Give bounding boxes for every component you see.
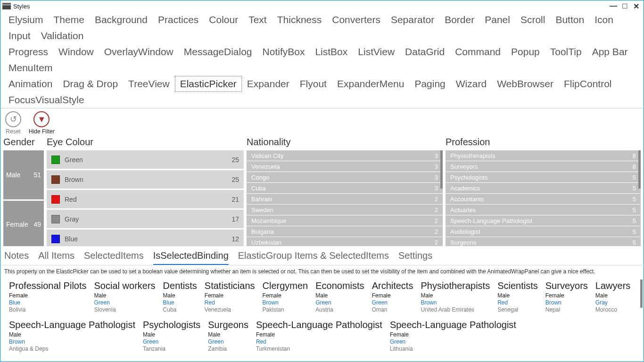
nationality-item[interactable]: Congo3: [247, 172, 443, 182]
nationality-label: Bahrain: [251, 196, 272, 203]
nav-item-elasticpicker[interactable]: ElasticPicker: [175, 76, 242, 92]
nav-item-webbrowser[interactable]: WebBrowser: [492, 76, 559, 92]
nav-item-colour[interactable]: Colour: [204, 12, 243, 28]
lower-tab-settings[interactable]: Settings: [398, 249, 432, 265]
item-card[interactable]: Professional PilotsFemaleBlueBolivia: [7, 279, 92, 318]
nationality-item[interactable]: Sweden2: [247, 205, 443, 215]
item-card[interactable]: ArchitectsFemaleGreenOman: [370, 279, 419, 318]
maximize-button[interactable]: ☐: [619, 1, 630, 11]
eye-item[interactable]: Blue12: [47, 230, 244, 246]
nationality-item[interactable]: Bulgaria2: [247, 226, 443, 237]
profession-item[interactable]: Physiotherapists8: [446, 150, 641, 161]
item-card[interactable]: Speech-Language PathologistMaleBrownAnti…: [7, 318, 141, 357]
nav-item-wizard[interactable]: Wizard: [451, 76, 492, 92]
nationality-item[interactable]: Vatican City3: [247, 150, 443, 161]
nav-item-progress[interactable]: Progress: [3, 44, 53, 60]
lower-tab-selecteditems[interactable]: SelectedItems: [84, 249, 144, 265]
nav-item-tooltip[interactable]: ToolTip: [545, 44, 587, 60]
eye-item[interactable]: Green25: [47, 150, 244, 169]
item-card[interactable]: PsychologistsMaleGreenTanzania: [141, 318, 206, 357]
nav-item-window[interactable]: Window: [53, 44, 99, 60]
nav-item-listbox[interactable]: ListBox: [310, 44, 353, 60]
nav-item-focusvisualstyle[interactable]: FocusVisualStyle: [3, 92, 90, 108]
item-card[interactable]: ScientistsMaleRedSenegal: [495, 279, 544, 318]
nav-item-flipcontrol[interactable]: FlipControl: [559, 76, 617, 92]
item-card[interactable]: StatisticiansFemaleRedVenezuela: [203, 279, 261, 318]
nav-item-validation[interactable]: Validation: [36, 28, 89, 44]
card-eye-colour: Red: [497, 299, 538, 306]
nationality-item[interactable]: Mozambique2: [247, 215, 443, 226]
item-card[interactable]: ClergymenFemaleBrownPakistan: [261, 279, 314, 318]
nav-item-animation[interactable]: Animation: [3, 76, 58, 92]
item-card[interactable]: EconomistsMaleGreenAustria: [314, 279, 370, 318]
profession-item[interactable]: Accountants5: [446, 194, 641, 204]
nav-item-flyout[interactable]: Flyout: [295, 76, 332, 92]
eye-item[interactable]: Brown25: [47, 170, 244, 189]
lower-tab-all-items[interactable]: All Items: [38, 249, 74, 265]
nav-item-paging[interactable]: Paging: [409, 76, 450, 92]
item-card[interactable]: Speech-Language PathologistFemaleRedTurk…: [254, 318, 388, 357]
nationality-item[interactable]: Uzbekistan2: [247, 237, 443, 246]
profession-label: Physiotherapists: [450, 152, 495, 159]
hide-filter-button[interactable]: ▼ Hide Filter: [29, 111, 55, 135]
nav-item-panel[interactable]: Panel: [479, 12, 515, 28]
profession-item[interactable]: Speech-Language Pathologist5: [446, 215, 641, 226]
item-card[interactable]: Social workersMaleGreenSlovenia: [92, 279, 161, 318]
reset-icon: ↺: [5, 111, 21, 127]
nationality-item[interactable]: Venezuela3: [247, 161, 443, 172]
nav-item-practices[interactable]: Practices: [153, 12, 204, 28]
nav-item-theme[interactable]: Theme: [49, 12, 90, 28]
nav-item-listview[interactable]: ListView: [353, 44, 400, 60]
nav-item-icon[interactable]: Icon: [589, 12, 619, 28]
nav-item-thickness[interactable]: Thickness: [272, 12, 327, 28]
nav-item-datagrid[interactable]: DataGrid: [400, 44, 450, 60]
item-card[interactable]: LawyersMaleGrayMorocco: [594, 279, 636, 318]
profession-item[interactable]: Psychologists5: [446, 172, 641, 182]
nav-item-command[interactable]: Command: [450, 44, 506, 60]
profession-item[interactable]: Audiologist5: [446, 226, 641, 237]
minimize-button[interactable]: —: [608, 1, 619, 11]
nav-item-scroll[interactable]: Scroll: [515, 12, 551, 28]
nav-item-button[interactable]: Button: [550, 12, 589, 28]
item-card[interactable]: DentistsMaleBlueCuba: [161, 279, 203, 318]
nav-item-background[interactable]: Background: [90, 12, 153, 28]
lower-tab-isselectedbinding[interactable]: IsSelectedBinding: [153, 249, 229, 265]
profession-item[interactable]: Surveyors8: [446, 161, 641, 172]
card-eye-colour: Brown: [545, 299, 588, 306]
item-card[interactable]: PhysiotherapistsMaleBrownUnited Arab Emi…: [419, 279, 495, 318]
close-button[interactable]: ✕: [630, 1, 642, 11]
nav-item-app-bar[interactable]: App Bar: [587, 44, 633, 60]
card-nationality: Oman: [372, 306, 413, 313]
nav-item-drag-drop[interactable]: Drag & Drop: [58, 76, 123, 92]
nationality-item[interactable]: Bahrain2: [247, 194, 443, 204]
nav-item-input[interactable]: Input: [3, 28, 36, 44]
lower-tab-elasticgroup-items-selecteditems[interactable]: ElasticGroup Items & SelectedItems: [238, 249, 389, 265]
nav-item-popup[interactable]: Popup: [506, 44, 545, 60]
item-card[interactable]: SurgeonsMaleGreenZambia: [206, 318, 254, 357]
nav-item-menuitem[interactable]: MenuItem: [3, 60, 58, 76]
nav-item-overlaywindow[interactable]: OverlayWindow: [99, 44, 179, 60]
nav-item-expandermenu[interactable]: ExpanderMenu: [332, 76, 409, 92]
nav-item-notifybox[interactable]: NotifyBox: [257, 44, 310, 60]
eye-item[interactable]: Red21: [47, 190, 244, 208]
profession-item[interactable]: Surgeons5: [446, 237, 641, 246]
reset-button[interactable]: ↺ Reset: [5, 111, 21, 135]
nav-item-converters[interactable]: Converters: [327, 12, 386, 28]
nav-item-elysium[interactable]: Elysium: [3, 12, 49, 28]
item-card[interactable]: SurveyorsFemaleBrownNepal: [544, 279, 594, 318]
profession-item[interactable]: Academics5: [446, 183, 641, 193]
gender-item-male[interactable]: Male 51: [3, 150, 44, 199]
nav-item-text[interactable]: Text: [243, 12, 272, 28]
nationality-item[interactable]: Cuba3: [247, 183, 443, 193]
lower-tab-notes[interactable]: Notes: [4, 249, 29, 265]
item-card[interactable]: Speech-Language PathologistFemaleGreenLi…: [388, 318, 522, 357]
nav-item-expander[interactable]: Expander: [242, 76, 295, 92]
eye-item[interactable]: Gray17: [47, 210, 244, 228]
nav-item-messagedialog[interactable]: MessageDialog: [179, 44, 257, 60]
nav-item-treeview[interactable]: TreeView: [123, 76, 175, 92]
nav-item-border[interactable]: Border: [439, 12, 479, 28]
gender-item-female[interactable]: Female 49: [3, 201, 44, 246]
nav-item-separator[interactable]: Separator: [386, 12, 439, 28]
nationality-count: 2: [435, 206, 438, 214]
profession-item[interactable]: Actuaries5: [446, 205, 641, 215]
